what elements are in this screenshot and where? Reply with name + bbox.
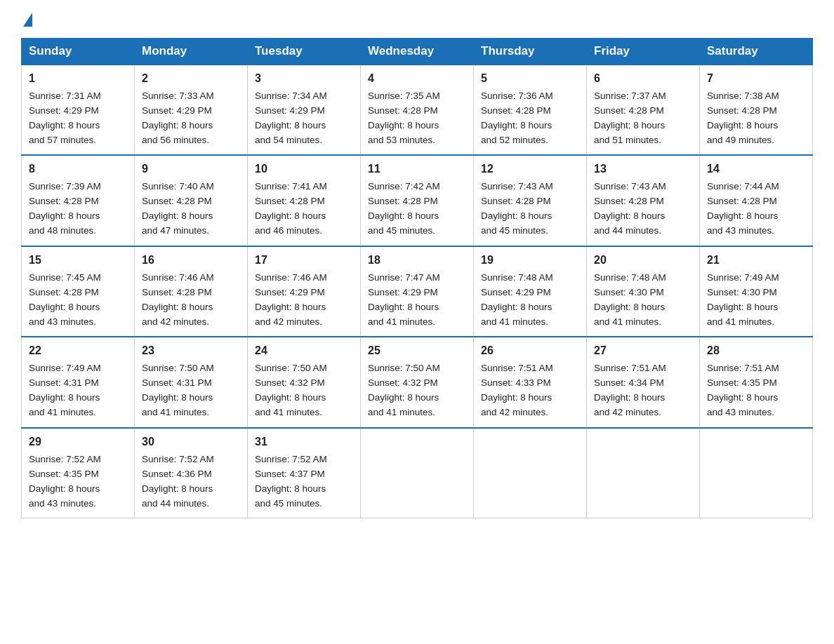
sunset-text: Sunset: 4:35 PM <box>29 469 99 479</box>
sunset-text: Sunset: 4:28 PM <box>29 196 99 206</box>
daylight-text: Daylight: 8 hours <box>142 120 213 130</box>
day-number: 8 <box>29 161 127 178</box>
daylight-text: Daylight: 8 hours <box>481 120 552 130</box>
sunset-text: Sunset: 4:35 PM <box>707 377 777 388</box>
sunrise-text: Sunrise: 7:52 AM <box>142 454 214 464</box>
calendar-cell: 12Sunrise: 7:43 AMSunset: 4:28 PMDayligh… <box>474 155 587 246</box>
daylight-text: Daylight: 8 hours <box>142 302 213 312</box>
sunset-text: Sunset: 4:32 PM <box>255 377 325 388</box>
sunrise-text: Sunrise: 7:48 AM <box>481 272 553 283</box>
daylight-minutes-text: and 41 minutes. <box>368 407 435 417</box>
day-number: 20 <box>594 252 692 269</box>
day-number: 14 <box>707 161 805 178</box>
daylight-minutes-text: and 43 minutes. <box>707 407 774 417</box>
sunset-text: Sunset: 4:28 PM <box>594 196 664 206</box>
sunrise-text: Sunrise: 7:41 AM <box>255 181 327 192</box>
sunset-text: Sunset: 4:30 PM <box>707 287 777 297</box>
sunset-text: Sunset: 4:28 PM <box>255 196 325 206</box>
calendar-cell: 4Sunrise: 7:35 AMSunset: 4:28 PMDaylight… <box>361 65 474 155</box>
daylight-text: Daylight: 8 hours <box>707 210 778 221</box>
weekday-header-friday: Friday <box>587 39 700 65</box>
calendar-cell: 23Sunrise: 7:50 AMSunset: 4:31 PMDayligh… <box>135 337 248 427</box>
weekday-header-wednesday: Wednesday <box>361 39 474 65</box>
daylight-minutes-text: and 53 minutes. <box>368 135 435 145</box>
sunset-text: Sunset: 4:31 PM <box>29 377 99 388</box>
sunrise-text: Sunrise: 7:42 AM <box>368 181 440 192</box>
day-number: 6 <box>594 70 692 88</box>
calendar-cell: 2Sunrise: 7:33 AMSunset: 4:29 PMDaylight… <box>135 65 248 155</box>
day-number: 28 <box>707 342 805 360</box>
sunrise-text: Sunrise: 7:51 AM <box>594 363 666 373</box>
page-header <box>21 14 813 25</box>
calendar-cell: 9Sunrise: 7:40 AMSunset: 4:28 PMDaylight… <box>135 155 248 246</box>
sunrise-text: Sunrise: 7:46 AM <box>255 272 327 283</box>
calendar-cell: 28Sunrise: 7:51 AMSunset: 4:35 PMDayligh… <box>700 337 813 427</box>
daylight-text: Daylight: 8 hours <box>255 120 326 130</box>
calendar-cell: 25Sunrise: 7:50 AMSunset: 4:32 PMDayligh… <box>361 337 474 427</box>
sunset-text: Sunset: 4:37 PM <box>255 469 325 479</box>
daylight-text: Daylight: 8 hours <box>29 120 100 130</box>
daylight-minutes-text: and 41 minutes. <box>29 407 96 417</box>
calendar-cell: 31Sunrise: 7:52 AMSunset: 4:37 PMDayligh… <box>248 428 361 518</box>
sunrise-text: Sunrise: 7:44 AM <box>707 181 779 192</box>
daylight-minutes-text: and 43 minutes. <box>707 225 774 236</box>
week-row-4: 22Sunrise: 7:49 AMSunset: 4:31 PMDayligh… <box>22 337 813 427</box>
sunset-text: Sunset: 4:30 PM <box>594 287 664 297</box>
weekday-header-row: SundayMondayTuesdayWednesdayThursdayFrid… <box>22 39 813 65</box>
sunrise-text: Sunrise: 7:33 AM <box>142 90 214 101</box>
sunrise-text: Sunrise: 7:47 AM <box>368 272 440 283</box>
day-number: 25 <box>368 342 466 360</box>
calendar-cell: 18Sunrise: 7:47 AMSunset: 4:29 PMDayligh… <box>361 246 474 337</box>
daylight-text: Daylight: 8 hours <box>29 483 100 494</box>
calendar-cell: 30Sunrise: 7:52 AMSunset: 4:36 PMDayligh… <box>135 428 248 518</box>
calendar-cell: 6Sunrise: 7:37 AMSunset: 4:28 PMDaylight… <box>587 65 700 155</box>
daylight-minutes-text: and 41 minutes. <box>707 316 774 327</box>
day-number: 17 <box>255 252 353 269</box>
calendar-cell: 26Sunrise: 7:51 AMSunset: 4:33 PMDayligh… <box>474 337 587 427</box>
daylight-minutes-text: and 44 minutes. <box>142 498 209 509</box>
sunset-text: Sunset: 4:29 PM <box>481 287 551 297</box>
daylight-text: Daylight: 8 hours <box>594 302 665 312</box>
daylight-text: Daylight: 8 hours <box>368 210 439 221</box>
day-number: 9 <box>142 161 240 178</box>
day-number: 22 <box>29 342 127 360</box>
sunrise-text: Sunrise: 7:52 AM <box>29 454 101 464</box>
calendar-cell <box>474 428 587 518</box>
sunrise-text: Sunrise: 7:46 AM <box>142 272 214 283</box>
daylight-text: Daylight: 8 hours <box>707 120 778 130</box>
sunrise-text: Sunrise: 7:49 AM <box>29 363 101 373</box>
weekday-header-thursday: Thursday <box>474 39 587 65</box>
sunrise-text: Sunrise: 7:50 AM <box>255 363 327 373</box>
daylight-minutes-text: and 41 minutes. <box>142 407 209 417</box>
logo-triangle-icon <box>23 13 32 27</box>
day-number: 24 <box>255 342 353 360</box>
calendar-cell: 3Sunrise: 7:34 AMSunset: 4:29 PMDaylight… <box>248 65 361 155</box>
daylight-minutes-text: and 47 minutes. <box>142 225 209 236</box>
sunset-text: Sunset: 4:29 PM <box>255 287 325 297</box>
daylight-minutes-text: and 52 minutes. <box>481 135 548 145</box>
sunrise-text: Sunrise: 7:39 AM <box>29 181 101 192</box>
weekday-header-saturday: Saturday <box>700 39 813 65</box>
daylight-text: Daylight: 8 hours <box>707 392 778 403</box>
daylight-text: Daylight: 8 hours <box>142 483 213 494</box>
calendar-cell: 5Sunrise: 7:36 AMSunset: 4:28 PMDaylight… <box>474 65 587 155</box>
daylight-text: Daylight: 8 hours <box>142 392 213 403</box>
sunrise-text: Sunrise: 7:43 AM <box>481 181 553 192</box>
daylight-minutes-text: and 49 minutes. <box>707 135 774 145</box>
calendar-cell: 11Sunrise: 7:42 AMSunset: 4:28 PMDayligh… <box>361 155 474 246</box>
daylight-text: Daylight: 8 hours <box>594 392 665 403</box>
sunset-text: Sunset: 4:28 PM <box>481 196 551 206</box>
sunrise-text: Sunrise: 7:48 AM <box>594 272 666 283</box>
day-number: 31 <box>255 434 353 451</box>
daylight-minutes-text: and 42 minutes. <box>481 407 548 417</box>
calendar-cell: 22Sunrise: 7:49 AMSunset: 4:31 PMDayligh… <box>22 337 135 427</box>
daylight-minutes-text: and 54 minutes. <box>255 135 322 145</box>
daylight-minutes-text: and 41 minutes. <box>368 316 435 327</box>
daylight-text: Daylight: 8 hours <box>594 210 665 221</box>
calendar-cell: 15Sunrise: 7:45 AMSunset: 4:28 PMDayligh… <box>22 246 135 337</box>
sunset-text: Sunset: 4:32 PM <box>368 377 438 388</box>
daylight-text: Daylight: 8 hours <box>481 392 552 403</box>
day-number: 7 <box>707 70 805 88</box>
day-number: 12 <box>481 161 579 178</box>
sunrise-text: Sunrise: 7:37 AM <box>594 90 666 101</box>
